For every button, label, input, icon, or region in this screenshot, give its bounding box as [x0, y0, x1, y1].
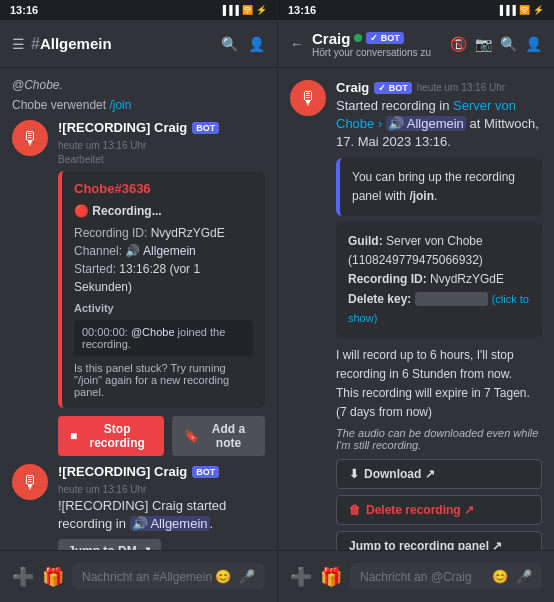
dm-messages: 🎙 Craig ✓ BOT heute um 13:16 Uhr Started… [278, 68, 554, 550]
stop-recording-button[interactable]: ■ Stop recording [58, 416, 164, 456]
dm-input-placeholder: Nachricht an @Craig [360, 570, 472, 584]
recording-channel-field: Channel: 🔊 Allgemein [74, 242, 253, 260]
left-messages: @Chobe. Chobe verwendet /join 🎙 ![RECORD… [0, 68, 277, 550]
back-icon[interactable]: ← [290, 36, 304, 52]
embed-chobe-title: Chobe#3636 [74, 181, 253, 196]
chobe-action-join: Chobe verwendet /join [0, 96, 277, 116]
msg-header-2: ![RECORDING] Craig BOT heute um 13:16 Uh… [58, 464, 265, 495]
craig-name-text: Craig [312, 30, 350, 47]
join-hint-embed: You can bring up the recording panel wit… [336, 158, 542, 216]
right-wifi-icon: 🛜 [519, 5, 530, 15]
right-battery-icon: ⚡ [533, 5, 544, 15]
dm-msg-header: Craig ✓ BOT heute um 13:16 Uhr [336, 80, 542, 95]
battery-icon: ⚡ [256, 5, 267, 15]
jump-to-dm-button[interactable]: Jump to DM ↗ [58, 539, 161, 550]
dm-author: Craig [336, 80, 369, 95]
info-box: Guild: Server von Chobe (110824977947506… [336, 222, 542, 338]
recording-id-field-dm: Recording ID: NvydRzYGdE [348, 270, 530, 289]
add-icon[interactable]: ➕ [12, 566, 34, 588]
dm-note: The audio can be downloaded even while I… [336, 427, 542, 451]
join-hint-text: You can bring up the recording panel wit… [352, 170, 515, 203]
dm-body-text: I will record up to 6 hours, I'll stop r… [336, 346, 542, 423]
dm-craig-avatar: 🎙 [290, 80, 326, 116]
recording-msg-content: ![RECORDING] Craig BOT heute um 13:16 Uh… [58, 120, 265, 456]
dm-header: ← Craig ✓ BOT Hört your conversations zu… [278, 20, 554, 68]
dm-msg-content: Craig ✓ BOT heute um 13:16 Uhr Started r… [336, 80, 542, 550]
right-panel: 13:16 ▐▐▐ 🛜 ⚡ ← Craig ✓ BOT Hört your co… [277, 0, 554, 602]
dm-intro-text: Started recording in Server von Chobe › … [336, 97, 542, 152]
dm-bot-badge2: ✓ BOT [374, 82, 412, 94]
recording-id-label: Recording ID: [348, 272, 430, 286]
channel-name: Allgemein [40, 35, 221, 52]
left-input-bar: ➕ 🎁 Nachricht an #Allgemein 😊 🎤 [0, 550, 277, 602]
dm-input-field[interactable]: Nachricht an @Craig 😊 🎤 [350, 563, 542, 590]
dm-bot-msg: 🎙 Craig ✓ BOT heute um 13:16 Uhr Started… [278, 76, 554, 550]
search-icon[interactable]: 🔍 [221, 36, 238, 52]
left-input-placeholder: Nachricht an #Allgemein [82, 570, 212, 584]
second-msg-text: ![RECORDING] Craig started recording in … [58, 497, 265, 533]
stop-icon: ■ [70, 429, 77, 443]
delete-recording-button[interactable]: 🗑 Delete recording ↗ [336, 495, 542, 525]
left-panel: 13:16 ▐▐▐ 🛜 ⚡ ☰ # Allgemein 🔍 👤 @Chobe. … [0, 0, 277, 602]
download-icon: ⬇ [349, 467, 359, 481]
right-time: 13:16 [288, 4, 316, 16]
download-button[interactable]: ⬇ Download ↗ [336, 459, 542, 489]
wifi-icon: 🛜 [242, 5, 253, 15]
recording-id-field: Recording ID: NvydRzYGdE [74, 224, 253, 242]
msg-time-1: heute um 13:16 Uhr [58, 140, 146, 151]
recording-started-field: Started: 13:16:28 (vor 1 Sekunden) [74, 260, 253, 296]
second-msg-content: ![RECORDING] Craig BOT heute um 13:16 Uh… [58, 464, 265, 550]
members-icon[interactable]: 👤 [248, 36, 265, 52]
left-status-bar: 13:16 ▐▐▐ 🛜 ⚡ [0, 0, 277, 20]
second-bot-msg: 🎙 ![RECORDING] Craig BOT heute um 13:16 … [0, 460, 277, 550]
channel-ref: 🔊 Allgemein [386, 116, 466, 131]
signal-icon: ▐▐▐ [220, 5, 239, 15]
activity-label: Activity [74, 302, 253, 314]
dm-input-bar: ➕ 🎁 Nachricht an @Craig 😊 🎤 [278, 550, 554, 602]
dm-gift-icon[interactable]: 🎁 [320, 566, 342, 588]
dm-search-icon[interactable]: 🔍 [500, 36, 517, 52]
recording-id-value: NvydRzYGdE [430, 272, 504, 286]
delete-key-label: Delete key: [348, 292, 415, 306]
mic-icon[interactable]: 🎤 [239, 569, 255, 584]
add-note-button[interactable]: 🔖 Add a note [172, 416, 265, 456]
left-input-field[interactable]: Nachricht an #Allgemein 😊 🎤 [72, 563, 265, 590]
dm-emoji-icon[interactable]: 😊 [492, 569, 508, 584]
recording-bot-msg: 🎙 ![RECORDING] Craig BOT heute um 13:16 … [0, 116, 277, 460]
bookmark-icon: 🔖 [184, 429, 199, 443]
delete-key-field: Delete key: •••••••• (click to show) [348, 290, 530, 328]
panel-hint: Is this panel stuck? Try running "/join"… [74, 362, 253, 398]
chobe-mention: @Chobe. [0, 76, 277, 96]
dm-name: Craig ✓ BOT [312, 30, 431, 47]
phone-slash-icon[interactable]: 📵 [450, 36, 467, 52]
bot-badge-1: BOT [192, 122, 219, 134]
header-actions: 🔍 👤 [221, 36, 265, 52]
video-icon[interactable]: 📷 [475, 36, 492, 52]
menu-icon[interactable]: ☰ [12, 36, 25, 52]
msg-subtext-1: Bearbeitet [58, 153, 265, 167]
emoji-icon[interactable]: 😊 [215, 569, 231, 584]
jump-to-panel-button[interactable]: Jump to recording panel ↗ [336, 531, 542, 550]
msg-author-2: ![RECORDING] Craig [58, 464, 187, 479]
bot-badge-2: BOT [192, 466, 219, 478]
dm-mic-icon[interactable]: 🎤 [516, 569, 532, 584]
right-status-bar: 13:16 ▐▐▐ 🛜 ⚡ [278, 0, 554, 20]
msg-header-1: ![RECORDING] Craig BOT heute um 13:16 Uh… [58, 120, 265, 151]
dm-subtext: Hört your conversations zu [312, 47, 431, 58]
online-dot [354, 34, 362, 42]
dm-msg-time: heute um 13:16 Uhr [417, 82, 505, 93]
recording-embed: Chobe#3636 🔴 Recording... Recording ID: … [58, 171, 265, 408]
guild-label: Guild: [348, 234, 386, 248]
right-status-icons: ▐▐▐ 🛜 ⚡ [497, 5, 544, 15]
dm-add-icon[interactable]: ➕ [290, 566, 312, 588]
dm-bot-badge: ✓ BOT [366, 32, 404, 44]
dm-people-icon[interactable]: 👤 [525, 36, 542, 52]
gift-icon[interactable]: 🎁 [42, 566, 64, 588]
craig-name-section: Craig ✓ BOT Hört your conversations zu [312, 30, 431, 58]
left-status-icons: ▐▐▐ 🛜 ⚡ [220, 5, 267, 15]
guild-field: Guild: Server von Chobe (110824977947506… [348, 232, 530, 270]
craig-avatar-2: 🎙 [12, 464, 48, 500]
dm-actions: 📵 📷 🔍 👤 [450, 36, 542, 52]
right-signal-icon: ▐▐▐ [497, 5, 516, 15]
craig-avatar: 🎙 [12, 120, 48, 156]
